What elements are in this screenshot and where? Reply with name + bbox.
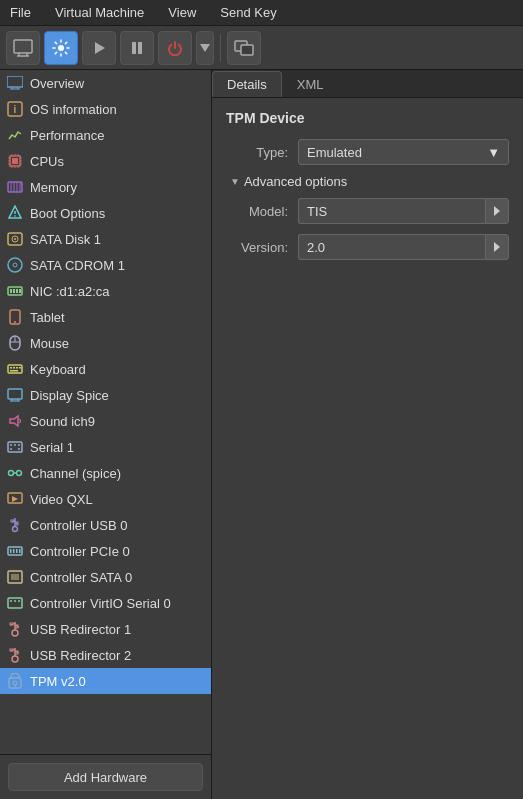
svg-point-108	[13, 681, 17, 685]
type-dropdown[interactable]: Emulated ▼	[298, 139, 509, 165]
sidebar-item-controller-virtio-serial-0[interactable]: Controller VirtIO Serial 0	[0, 590, 211, 616]
sidebar-label: USB Redirector 1	[30, 622, 131, 637]
sidebar-item-channel--spice-[interactable]: Channel (spice)	[0, 460, 211, 486]
sidebar-item-boot-options[interactable]: Boot Options	[0, 200, 211, 226]
controller-virtio-serial-0-icon	[6, 594, 24, 612]
sidebar-item-video-qxl[interactable]: Video QXL	[0, 486, 211, 512]
svg-rect-47	[16, 289, 18, 293]
svg-point-67	[14, 444, 16, 446]
cpus-icon	[6, 152, 24, 170]
sidebar-label: Keyboard	[30, 362, 86, 377]
sidebar-item-tablet[interactable]: Tablet	[0, 304, 211, 330]
performance-icon	[6, 126, 24, 144]
sata-cdrom-1-icon	[6, 256, 24, 274]
menu-view[interactable]: View	[162, 3, 202, 22]
menu-virtual-machine[interactable]: Virtual Machine	[49, 3, 150, 22]
sidebar-item-overview[interactable]: Overview	[0, 70, 211, 96]
nic--d1-a2-ca-icon	[6, 282, 24, 300]
sidebar-item-sound-ich9[interactable]: Sound ich9	[0, 408, 211, 434]
svg-rect-85	[16, 549, 18, 553]
svg-point-92	[10, 600, 12, 602]
version-row: Version: 2.0	[226, 233, 509, 261]
tablet-icon	[6, 308, 24, 326]
sidebar: OverviewiOS informationPerformanceCPUsMe…	[0, 70, 212, 799]
svg-rect-45	[10, 289, 12, 293]
sidebar-item-performance[interactable]: Performance	[0, 122, 211, 148]
svg-rect-57	[16, 367, 18, 369]
sidebar-item-keyboard[interactable]: Keyboard	[0, 356, 211, 382]
tab-xml[interactable]: XML	[282, 71, 339, 97]
tab-details[interactable]: Details	[212, 71, 282, 97]
sidebar-item-memory[interactable]: Memory	[0, 174, 211, 200]
sidebar-item-controller-sata-0[interactable]: Controller SATA 0	[0, 564, 211, 590]
svg-point-94	[18, 600, 20, 602]
type-control: Emulated ▼	[298, 139, 509, 165]
svg-point-41	[14, 238, 16, 240]
svg-marker-110	[494, 206, 500, 216]
sidebar-item-os-information[interactable]: iOS information	[0, 96, 211, 122]
sidebar-item-controller-pcie-0[interactable]: Controller PCIe 0	[0, 538, 211, 564]
controller-pcie-0-icon	[6, 542, 24, 560]
sidebar-label: SATA Disk 1	[30, 232, 101, 247]
add-hardware-button[interactable]: Add Hardware	[8, 763, 203, 791]
display-spice-icon	[6, 386, 24, 404]
advanced-options-header[interactable]: ▼ Advanced options	[226, 174, 509, 189]
os-information-icon: i	[6, 100, 24, 118]
svg-point-42	[8, 258, 22, 272]
tpm-v2-0-icon	[6, 672, 24, 690]
svg-point-81	[13, 527, 18, 532]
sidebar-item-sata-cdrom-1[interactable]: SATA CDROM 1	[0, 252, 211, 278]
sidebar-label: Controller PCIe 0	[30, 544, 130, 559]
snapshot-toolbar-btn[interactable]	[227, 31, 261, 65]
sidebar-label: Video QXL	[30, 492, 93, 507]
toolbar	[0, 26, 523, 70]
sidebar-item-display-spice[interactable]: Display Spice	[0, 382, 211, 408]
sidebar-item-controller-usb-0[interactable]: Controller USB 0	[0, 512, 211, 538]
sidebar-item-usb-redirector-2[interactable]: USB Redirector 2	[0, 642, 211, 668]
svg-rect-56	[13, 367, 15, 369]
svg-rect-11	[7, 76, 23, 87]
menu-file[interactable]: File	[4, 3, 37, 22]
sidebar-item-tpm-v2-0[interactable]: TPM v2.0	[0, 668, 211, 694]
controller-usb-0-icon	[6, 516, 24, 534]
play-toolbar-btn[interactable]	[82, 31, 116, 65]
svg-rect-86	[19, 549, 21, 553]
power-toolbar-btn[interactable]	[158, 31, 192, 65]
content-area: DetailsXML TPM Device Type: Emulated ▼ ▼…	[212, 70, 523, 799]
pause-toolbar-btn[interactable]	[120, 31, 154, 65]
settings-toolbar-btn[interactable]	[44, 31, 78, 65]
sidebar-item-nic--d1-a2-ca[interactable]: NIC :d1:a2:ca	[0, 278, 211, 304]
svg-rect-83	[10, 549, 12, 553]
svg-point-106	[12, 656, 18, 662]
sidebar-item-serial-1[interactable]: Serial 1	[0, 434, 211, 460]
model-row: Model: TIS	[226, 197, 509, 225]
device-title: TPM Device	[226, 110, 509, 126]
svg-point-69	[10, 448, 12, 450]
sidebar-item-mouse[interactable]: Mouse	[0, 330, 211, 356]
sidebar-label: USB Redirector 2	[30, 648, 131, 663]
advanced-options-label: Advanced options	[244, 174, 347, 189]
model-dropdown-with-btn: TIS	[298, 198, 509, 224]
sidebar-label: Mouse	[30, 336, 69, 351]
svg-marker-5	[95, 42, 105, 54]
svg-rect-58	[19, 367, 21, 369]
sidebar-label: OS information	[30, 102, 117, 117]
power-dropdown-btn[interactable]	[196, 31, 214, 65]
model-next-btn[interactable]	[485, 198, 509, 224]
version-value: 2.0	[307, 240, 325, 255]
sidebar-item-usb-redirector-1[interactable]: USB Redirector 1	[0, 616, 211, 642]
version-dropdown[interactable]: 2.0	[298, 234, 485, 260]
sidebar-label: Controller VirtIO Serial 0	[30, 596, 171, 611]
version-next-btn[interactable]	[485, 234, 509, 260]
overview-toolbar-btn[interactable]	[6, 31, 40, 65]
menu-send-key[interactable]: Send Key	[214, 3, 282, 22]
type-row: Type: Emulated ▼	[226, 138, 509, 166]
main-layout: OverviewiOS informationPerformanceCPUsMe…	[0, 70, 523, 799]
sidebar-label: Overview	[30, 76, 84, 91]
model-dropdown[interactable]: TIS	[298, 198, 485, 224]
svg-rect-48	[19, 289, 21, 293]
sidebar-label: Boot Options	[30, 206, 105, 221]
sidebar-footer: Add Hardware	[0, 754, 211, 799]
sidebar-item-cpus[interactable]: CPUs	[0, 148, 211, 174]
sidebar-item-sata-disk-1[interactable]: SATA Disk 1	[0, 226, 211, 252]
